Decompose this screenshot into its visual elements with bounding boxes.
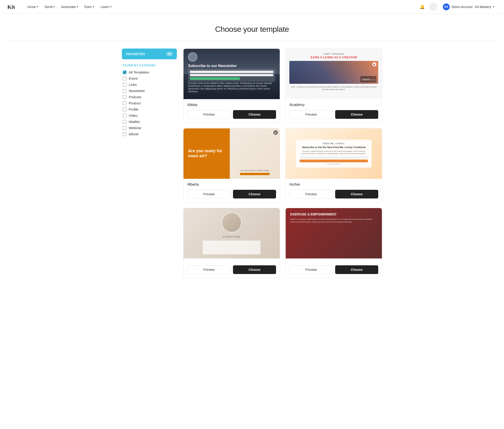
archer-preview-image: FEED ME, LOVELY Subscribe to Get the New…	[286, 128, 382, 179]
webinar-checkbox[interactable]	[123, 126, 126, 130]
podcast-checkbox[interactable]	[123, 95, 126, 99]
main-content: FAVORITES 0 FILTER BY CATEGORY All Templ…	[115, 49, 389, 292]
alberta-main-text: Are you ready for more art?	[188, 149, 225, 158]
filter-podcast[interactable]: Podcast	[123, 95, 176, 99]
lifestyle-info: Preview Choose	[183, 258, 280, 278]
academy-play-icon: ▶	[372, 62, 376, 66]
nav-automate[interactable]: Automate ▾	[58, 3, 81, 10]
filter-ebook[interactable]: eBook	[123, 132, 176, 136]
academy-brand: Craft + Commerce	[324, 53, 344, 55]
abbey-choose-button[interactable]: Choose	[233, 110, 276, 119]
filter-list: All Templates Event Links Newsletter Pod…	[123, 70, 176, 136]
lifestyle-preview-image: LIFESTYLED	[183, 208, 280, 258]
chevron-down-icon: ▾	[93, 5, 94, 8]
alberta-choose-button[interactable]: Choose	[233, 190, 276, 199]
abbey-email-input	[190, 74, 273, 76]
all-templates-checkbox[interactable]	[123, 70, 126, 74]
waitlist-checkbox[interactable]	[123, 120, 126, 124]
nav-send[interactable]: Send ▾	[42, 3, 57, 10]
archer-actions: Preview Choose	[289, 190, 378, 199]
product-checkbox[interactable]	[123, 101, 126, 105]
nav-learn[interactable]: Learn ▾	[98, 3, 114, 10]
abbey-overlay: Subscribe to our Newsletter Provide some…	[183, 59, 280, 99]
filter-video[interactable]: Video	[123, 114, 176, 117]
template-card-exercise: EXERCISE & EMPOWERMENT Watch Luis' popul…	[286, 208, 382, 278]
exercise-preview-button[interactable]: Preview	[289, 265, 333, 274]
nav-right: 🔔 Kit Demo Account · Kit Mastery ▾	[419, 2, 497, 12]
avatar: Kit	[443, 3, 450, 10]
archer-title: Subscribe to Get the New Feed Me, Lovely…	[300, 146, 368, 149]
logo[interactable]: Kit	[7, 4, 18, 10]
alberta-actions: Preview Choose	[187, 190, 276, 199]
links-label: Links	[129, 83, 137, 87]
chevron-down-icon: ▾	[37, 5, 38, 8]
exercise-info: Preview Choose	[286, 258, 382, 278]
alberta-cta-btn	[240, 173, 270, 175]
archer-preview-button[interactable]: Preview	[289, 190, 333, 199]
filter-waitlist[interactable]: Waitlist	[123, 120, 176, 124]
filter-event[interactable]: Event	[123, 77, 176, 80]
ebook-checkbox[interactable]	[123, 132, 126, 136]
exercise-choose-button[interactable]: Choose	[335, 265, 378, 274]
alberta-join-text: Join Team Lizzie on Patreon today!	[234, 169, 276, 171]
lifestyle-image-placeholder	[203, 241, 261, 254]
nav-earn[interactable]: Earn ▾	[82, 3, 97, 10]
filter-all-templates[interactable]: All Templates	[123, 70, 176, 74]
academy-choose-button[interactable]: Choose	[335, 110, 378, 119]
abbey-name: Abbey	[187, 103, 276, 107]
nav-grow[interactable]: Grow ▾	[25, 3, 41, 10]
academy-description: Craft + Commerce is the premiere event f…	[289, 86, 378, 91]
video-label: Video	[129, 114, 137, 117]
filter-newsletter[interactable]: Newsletter	[123, 89, 176, 93]
profile-checkbox[interactable]	[123, 108, 126, 111]
alberta-preview-button[interactable]: Preview	[187, 190, 231, 199]
chevron-down-icon: ▾	[110, 5, 112, 8]
lifestyle-choose-button[interactable]: Choose	[233, 265, 276, 274]
filter-profile[interactable]: Profile	[123, 107, 176, 111]
account-menu[interactable]: Kit Demo Account · Kit Mastery ▾	[441, 2, 497, 12]
filter-section: FILTER BY CATEGORY All Templates Event L…	[122, 64, 177, 136]
svg-text:commerce: commerce	[369, 79, 376, 81]
favorites-label: FAVORITES	[126, 52, 145, 56]
video-checkbox[interactable]	[123, 114, 126, 117]
filter-product[interactable]: Product	[123, 101, 176, 105]
archer-info: Archer Preview Choose	[286, 179, 382, 202]
archer-choose-button[interactable]: Choose	[335, 190, 378, 199]
template-card-lifestyle: LIFESTYLED Preview Choose	[183, 208, 280, 278]
links-checkbox[interactable]	[123, 83, 126, 87]
abbey-preview-button[interactable]: Preview	[187, 110, 231, 119]
template-card-academy: Craft + Commerce EARN A LIVING AS A CREA…	[286, 49, 382, 123]
abbey-preview-image: Subscribe to our Newsletter Provide some…	[183, 49, 280, 99]
template-card-alberta: ▶ Are you ready for more art? Join Team …	[183, 128, 280, 202]
abbey-description: Provide some more detail in this content…	[188, 82, 275, 93]
podcast-label: Podcast	[129, 95, 141, 99]
filter-links[interactable]: Links	[123, 83, 176, 87]
exercise-title: EXERCISE & EMPOWERMENT	[290, 213, 377, 216]
archer-site-label: A Convertkit Form	[300, 163, 368, 165]
lifestyle-content: LIFESTYLED	[183, 208, 280, 258]
event-checkbox[interactable]	[123, 77, 126, 80]
alberta-preview-image: ▶ Are you ready for more art? Join Team …	[183, 128, 280, 179]
circle-icon[interactable]	[430, 3, 437, 10]
template-card-archer: FEED ME, LOVELY Subscribe to Get the New…	[286, 128, 382, 202]
academy-preview-image: Craft + Commerce EARN A LIVING AS A CREA…	[286, 49, 382, 99]
academy-preview-button[interactable]: Preview	[289, 110, 333, 119]
lifestyle-actions: Preview Choose	[187, 265, 276, 274]
ebook-label: eBook	[129, 132, 139, 136]
chevron-down-icon: ▾	[53, 5, 55, 8]
newsletter-checkbox[interactable]	[123, 89, 126, 93]
lifestyle-brand: LIFESTYLED	[223, 236, 240, 238]
academy-actions: Preview Choose	[289, 110, 378, 119]
lifestyle-preview-button[interactable]: Preview	[187, 265, 231, 274]
filter-webinar[interactable]: Webinar	[123, 126, 176, 130]
page-title: Choose your template	[0, 25, 504, 34]
all-templates-label: All Templates	[129, 70, 149, 74]
event-label: Event	[129, 77, 137, 80]
nav-items: Grow ▾ Send ▾ Automate ▾ Earn ▾ Learn ▾	[25, 3, 419, 10]
abbey-submit-btn	[190, 77, 240, 80]
sidebar: FAVORITES 0 FILTER BY CATEGORY All Templ…	[122, 49, 177, 278]
favorites-button[interactable]: FAVORITES 0	[122, 49, 177, 59]
abbey-actions: Preview Choose	[187, 110, 276, 119]
bell-icon[interactable]: 🔔	[419, 3, 426, 10]
abbey-info: Abbey Preview Choose	[183, 99, 280, 123]
